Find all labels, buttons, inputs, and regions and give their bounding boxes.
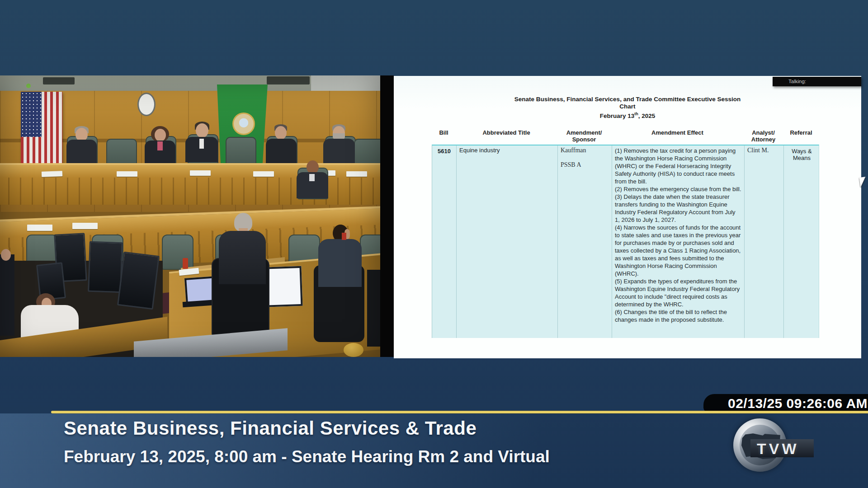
name-card <box>72 223 98 229</box>
wall-clock <box>137 93 156 116</box>
red-cup <box>183 258 188 269</box>
talking-indicator: Talking: <box>773 77 861 86</box>
committee-member-4-head <box>275 126 287 140</box>
session-chart-table: Bill Abbreviated Title Amendment/Sponsor… <box>432 128 819 338</box>
name-card <box>27 225 52 231</box>
cell-referral: Ways & Means <box>783 145 820 338</box>
recording-light <box>26 84 31 88</box>
name-card <box>253 171 274 177</box>
office-chair <box>367 270 380 347</box>
column-header-referral: Referral <box>783 128 819 145</box>
staff-monitor <box>88 241 123 293</box>
banner-subtitle: February 13, 2025, 8:00 am - Senate Hear… <box>64 447 550 466</box>
air-vent-right <box>267 76 310 84</box>
column-header-analyst-attorney: Analyst/Attorney <box>744 128 783 145</box>
cell-abbreviated-title: Equine industry <box>456 145 557 338</box>
talking-label: Talking: <box>788 79 806 84</box>
document-title-date: February 13th, 2025 <box>394 110 861 120</box>
timestamp-bar: 02/13/25 09:26:06 AM <box>703 394 868 412</box>
column-header-amendment-effect: Amendment Effect <box>611 128 744 145</box>
document-title-line2: Chart <box>394 103 861 110</box>
broadcast-frame: Talking: Senate Business, Financial Serv… <box>0 0 868 488</box>
effect-item: (2) Removes the emergency clause from th… <box>615 185 741 193</box>
us-flag-canton <box>21 92 42 137</box>
table-row: 5610 Equine industry Kauffman PSSB A (1)… <box>432 145 819 338</box>
timestamp: 02/13/25 09:26:06 AM <box>703 394 868 413</box>
table-header-row: Bill Abbreviated Title Amendment/Sponsor… <box>432 128 819 145</box>
effect-item: (6) Changes the title of the bill to ref… <box>615 308 741 324</box>
hearing-room-video <box>0 75 380 357</box>
committee-member-1 <box>66 140 97 164</box>
amendment-id: PSSB A <box>561 161 609 169</box>
staff-member-left <box>0 254 14 336</box>
air-vent-left <box>43 77 75 84</box>
column-header-abbreviated-title: Abbreviated Title <box>456 128 557 145</box>
sponsor-name: Kauffman <box>561 147 609 154</box>
committee-member-2-blouse <box>157 141 163 150</box>
name-card <box>190 170 211 176</box>
presenter-2-object <box>342 233 346 240</box>
committee-member-6-shirt <box>309 174 315 181</box>
cell-amendment-effect: (1) Removes the tax credit for a person … <box>612 145 744 338</box>
session-chart-document: Talking: Senate Business, Financial Serv… <box>394 76 861 358</box>
effect-item: (4) Narrows the sources of funds for the… <box>615 224 741 277</box>
video-doc-divider <box>380 75 394 357</box>
committee-member-2-head <box>155 129 166 141</box>
presenter-1 <box>219 231 266 284</box>
presenter-2 <box>318 239 362 287</box>
name-card <box>117 171 137 177</box>
tvw-logo: TVW <box>730 417 825 475</box>
effect-item: (3) Delays the date when the state treas… <box>615 193 741 224</box>
cell-analyst-attorney: Clint M. <box>744 145 783 338</box>
wood-knob <box>344 343 363 357</box>
wa-flag-seal <box>232 113 255 135</box>
gallery-chair <box>162 235 193 270</box>
cell-amendment-sponsor: Kauffman PSSB A <box>557 145 612 338</box>
mouse-cursor <box>859 177 867 188</box>
name-card <box>42 171 62 177</box>
committee-member-3-head <box>196 123 208 138</box>
staff-monitor <box>117 252 160 310</box>
committee-member-3-shirt <box>199 139 204 149</box>
committee-member-4 <box>266 139 297 163</box>
staff-member-left-head <box>1 249 11 261</box>
document-title-line1: Senate Business, Financial Services, and… <box>394 96 861 103</box>
effect-item: (1) Removes the tax credit for a person … <box>615 147 741 185</box>
name-card <box>346 171 367 177</box>
committee-member-5 <box>323 139 355 164</box>
banner-title: Senate Business, Financial Services & Tr… <box>64 418 476 439</box>
column-header-amendment-sponsor: Amendment/Sponsor <box>557 128 611 145</box>
effect-item: (5) Expands the types of expenditures fr… <box>615 277 741 308</box>
column-header-bill: Bill <box>432 128 456 145</box>
tvw-logo-text: TVW <box>757 440 799 458</box>
cell-bill-number: 5610 <box>432 145 456 338</box>
document-title: Senate Business, Financial Services, and… <box>394 96 861 120</box>
